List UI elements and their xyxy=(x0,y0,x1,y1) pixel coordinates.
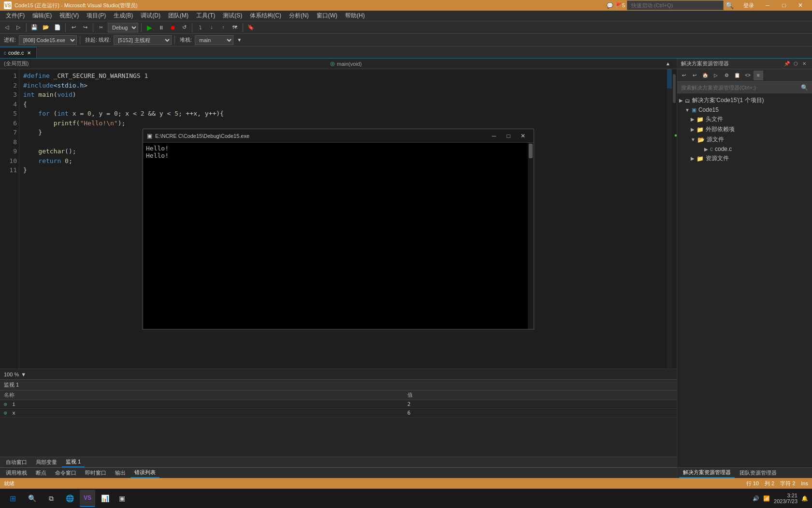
editor-scroll-up[interactable]: ▲ xyxy=(663,59,673,69)
watch-name-i: ⊙ i xyxy=(0,400,404,409)
toolbar-restart-btn[interactable]: ↺ xyxy=(179,23,189,32)
tab-locals[interactable]: 局部变量 xyxy=(32,458,61,467)
se-btn5[interactable]: ⚙ xyxy=(722,71,731,80)
menu-file[interactable]: 文件(F) xyxy=(2,11,29,21)
tab-breakpoints[interactable]: 断点 xyxy=(32,468,50,478)
menu-build[interactable]: 生成(B) xyxy=(110,11,137,21)
se-filter-btn[interactable]: ≡ xyxy=(754,71,763,80)
se-resource-files-item[interactable]: ▶ 📁 资源文件 xyxy=(677,153,812,164)
toolbar-pause-btn[interactable]: ⏸ xyxy=(156,23,166,32)
watch-header: 监视 1 xyxy=(0,380,677,390)
toolbar-stop-btn[interactable]: ⏹ xyxy=(168,23,177,32)
console-minimize-btn[interactable]: ─ xyxy=(487,131,501,141)
task-view-button[interactable]: ⧉ xyxy=(43,490,60,507)
menu-team[interactable]: 团队(M) xyxy=(164,11,192,21)
watch-col-name: 名称 xyxy=(0,390,404,400)
se-project-item[interactable]: ▼ ▣ Code15 xyxy=(677,105,812,114)
menu-test[interactable]: 测试(S) xyxy=(219,11,246,21)
search-button[interactable]: 🔍 xyxy=(23,490,41,507)
minimize-button[interactable]: ─ xyxy=(760,0,775,11)
maximize-button[interactable]: □ xyxy=(776,0,792,11)
se-pin-btn[interactable]: 📌 xyxy=(783,60,791,68)
toolbar-bookmark-btn[interactable]: 🔖 xyxy=(246,23,256,32)
watch-value-x: 6 xyxy=(404,409,677,418)
se-tab-team[interactable]: 团队资源管理器 xyxy=(736,468,781,478)
start-button[interactable]: ⊞ xyxy=(4,490,21,507)
se-header-files-item[interactable]: ▶ 📁 头文件 xyxy=(677,114,812,124)
se-code-c-item[interactable]: ▶ c code.c xyxy=(677,145,812,153)
tab-output[interactable]: 输出 xyxy=(111,468,130,478)
toolbar-redo-btn[interactable]: ↪ xyxy=(80,23,90,32)
console-scrollbar[interactable] xyxy=(528,143,534,329)
debug-config-dropdown[interactable]: Debug xyxy=(108,23,138,32)
toolbar-open-btn[interactable]: 📂 xyxy=(41,23,51,32)
tab-auto-window[interactable]: 自动窗口 xyxy=(2,458,31,467)
terminal-icon: ▣ xyxy=(119,494,125,502)
zoom-dropdown-btn[interactable]: ▼ xyxy=(21,372,26,377)
menu-analyze[interactable]: 分析(N) xyxy=(285,11,313,21)
tab-command[interactable]: 命令窗口 xyxy=(51,468,80,478)
se-tab-solution[interactable]: 解决方案资源管理器 xyxy=(679,468,735,478)
project-chevron: ▼ xyxy=(685,107,690,113)
editor-nav-bar: (全局范围) ◎ main(void) ▲ xyxy=(0,59,677,69)
se-search-input[interactable] xyxy=(681,85,799,90)
toolbar-forward-btn[interactable]: ▷ xyxy=(14,23,23,32)
stack-nav-btn[interactable]: ▼ xyxy=(234,35,244,45)
se-source-files-item[interactable]: ▼ 📂 源文件 xyxy=(677,134,812,145)
thread-dropdown[interactable]: [5152] 主线程 xyxy=(114,35,172,45)
toolbar-save-btn[interactable]: 💾 xyxy=(29,23,39,32)
watch-table[interactable]: 名称 值 ⊙ i 2 xyxy=(0,390,677,457)
console-close-btn[interactable]: ✕ xyxy=(516,131,530,141)
taskbar-app3[interactable]: 📊 xyxy=(97,490,113,507)
se-btn3[interactable]: 🏠 xyxy=(700,71,710,80)
toolbar-code-map-btn[interactable]: 🗺 xyxy=(230,23,240,32)
se-close-btn[interactable]: ✕ xyxy=(800,60,808,68)
menu-window[interactable]: 窗口(W) xyxy=(313,11,341,21)
process-dropdown[interactable]: [808] Code15.exe xyxy=(19,35,77,45)
watch-row-x: ⊙ x 6 xyxy=(0,409,677,418)
toolbar-start-btn[interactable]: ▶ xyxy=(145,23,154,32)
tab-watch1[interactable]: 监视 1 xyxy=(62,457,85,467)
toolbar-undo-btn[interactable]: ↩ xyxy=(69,23,78,32)
menu-tools[interactable]: 工具(T) xyxy=(192,11,219,21)
se-btn7[interactable]: <> xyxy=(743,71,753,80)
console-maximize-btn[interactable]: □ xyxy=(502,131,515,141)
tab-error-list[interactable]: 错误列表 xyxy=(130,468,160,478)
toolbar-back-btn[interactable]: ◁ xyxy=(2,23,12,32)
toolbar-new-btn[interactable]: 📄 xyxy=(53,23,62,32)
menu-view[interactable]: 视图(V) xyxy=(56,11,83,21)
se-btn2[interactable]: ↩ xyxy=(690,71,699,80)
tab-call-stack[interactable]: 调用堆栈 xyxy=(2,468,31,478)
current-line-indicator xyxy=(675,69,677,369)
console-scrollbar-thumb[interactable] xyxy=(529,144,533,158)
taskbar-edge[interactable]: 🌐 xyxy=(62,490,78,507)
se-external-deps-item[interactable]: ▶ 📁 外部依赖项 xyxy=(677,124,812,134)
close-button[interactable]: ✕ xyxy=(793,0,808,11)
menu-edit[interactable]: 编辑(E) xyxy=(29,11,56,21)
clock[interactable]: 3:21 2023/7/23 xyxy=(774,493,798,504)
console-title-bar: ▣ E:\NCRE C\Code15\Debug\Code15.exe ─ □ … xyxy=(143,129,534,143)
menu-debug[interactable]: 调试(D) xyxy=(137,11,164,21)
toolbar-cut-btn[interactable]: ✂ xyxy=(96,23,106,32)
tab-code-c[interactable]: c code.c ✕ xyxy=(0,47,37,58)
toolbar-step-out-btn[interactable]: ↑ xyxy=(218,23,228,32)
quick-launch-input[interactable] xyxy=(627,0,724,10)
folder-icon-source: 📂 xyxy=(697,136,705,143)
console-line-1: Hello! xyxy=(146,145,525,152)
se-btn1[interactable]: ↩ xyxy=(679,71,689,80)
stack-dropdown[interactable]: main xyxy=(195,35,233,45)
menu-help[interactable]: 帮助(H) xyxy=(341,11,369,21)
taskbar-terminal[interactable]: ▣ xyxy=(115,490,129,507)
login-button[interactable]: 登录 xyxy=(740,2,758,9)
toolbar-step-over-btn[interactable]: ⤵ xyxy=(195,23,205,32)
se-btn4[interactable]: ▷ xyxy=(711,71,721,80)
menu-project[interactable]: 项目(P) xyxy=(83,11,110,21)
tab-close-button[interactable]: ✕ xyxy=(26,49,32,56)
se-float-btn[interactable]: ⬡ xyxy=(792,60,799,68)
toolbar-step-in-btn[interactable]: ↓ xyxy=(207,23,217,32)
se-solution-item[interactable]: ▶ 🗂 解决方案'Code15'(1 个项目) xyxy=(677,95,812,105)
tab-immediate[interactable]: 即时窗口 xyxy=(81,468,110,478)
se-btn6[interactable]: 📋 xyxy=(732,71,742,80)
menu-arch[interactable]: 体系结构(C) xyxy=(246,11,285,21)
taskbar-vs[interactable]: VS xyxy=(80,490,95,507)
